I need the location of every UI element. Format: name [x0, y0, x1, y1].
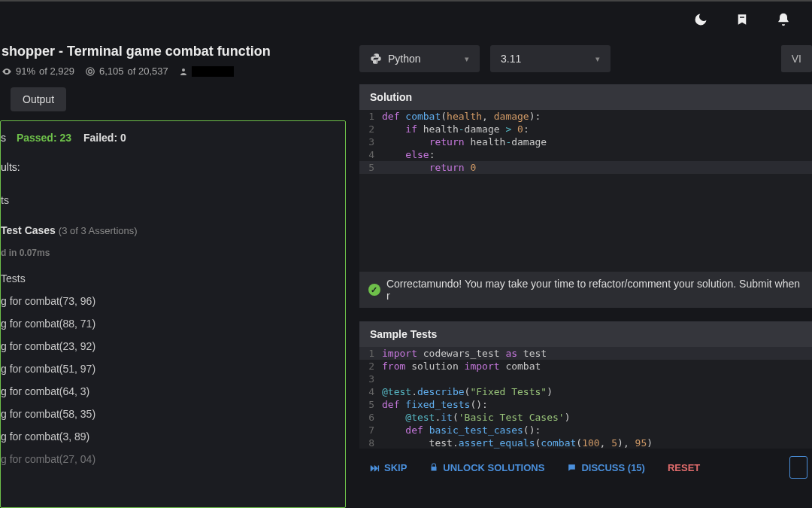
right-panel: Python ▾ 3.11 ▾ VI Solution 1def combat(…	[346, 38, 812, 508]
test-time: d in 0.07ms	[1, 242, 338, 267]
random-test-item[interactable]: g for combat(88, 71)	[1, 312, 338, 335]
right-edge-button[interactable]	[789, 456, 807, 479]
author-name-redacted	[192, 66, 234, 77]
kata-stats: 91% of 2,929 6,105 of 20,537	[0, 64, 346, 87]
failed-count: Failed: 0	[83, 132, 126, 144]
kata-title: shopper - Terminal game combat function	[0, 38, 346, 64]
passed-count: Passed: 23	[17, 132, 71, 144]
svg-point-3	[182, 68, 185, 71]
eye-icon	[2, 66, 12, 77]
unlock-solutions-button[interactable]: UNLOCK SOLUTIONS	[423, 458, 550, 478]
svg-point-1	[86, 67, 95, 75]
success-banner: ✓ Correctamundo! You may take your time …	[359, 272, 812, 308]
random-test-item[interactable]: g for combat(73, 96)	[1, 290, 338, 312]
lock-icon	[429, 463, 438, 472]
check-icon: ✓	[368, 284, 380, 296]
reset-button[interactable]: RESET	[662, 458, 706, 478]
random-test-item[interactable]: g for combat(64, 3)	[1, 380, 338, 403]
target-icon	[85, 66, 95, 77]
completed-stat: 6,105 of 20,537	[85, 65, 168, 77]
random-test-item[interactable]: g for combat(23, 92)	[1, 335, 338, 357]
fixed-tests-group[interactable]: ts	[1, 189, 338, 211]
bookmark-icon[interactable]	[735, 12, 749, 27]
python-icon	[370, 53, 382, 65]
user-icon	[179, 67, 188, 76]
results-scroll[interactable]: s Passed: 23 Failed: 0 ults: ts Test Cas…	[1, 121, 345, 507]
top-bar	[0, 0, 812, 38]
solution-header: Solution	[359, 84, 812, 110]
svg-point-2	[89, 69, 92, 73]
notifications-icon[interactable]	[776, 12, 791, 27]
random-test-item[interactable]: g for combat(27, 04)	[1, 448, 338, 470]
random-test-item[interactable]: g for combat(51, 97)	[1, 357, 338, 380]
results-heading: ults:	[1, 156, 338, 178]
satisfaction-stat: 91% of 2,929	[2, 65, 74, 77]
sample-tests-editor[interactable]: 1import codewars_test as test 2from solu…	[359, 347, 812, 449]
results-status: s Passed: 23 Failed: 0	[1, 129, 338, 156]
success-message: Correctamundo! You may take your time to…	[386, 278, 803, 302]
main-area: shopper - Terminal game combat function …	[0, 38, 812, 508]
vim-toggle[interactable]: VI	[781, 45, 812, 72]
solution-editor[interactable]: 1def combat(health, damage): 2 if health…	[359, 110, 812, 272]
random-test-item[interactable]: g for combat(3, 89)	[1, 425, 338, 448]
skip-icon: ⏭	[370, 462, 380, 473]
chat-icon	[567, 463, 577, 473]
left-panel: shopper - Terminal game combat function …	[0, 38, 346, 508]
skip-button[interactable]: ⏭ SKIP	[364, 458, 413, 478]
output-tab[interactable]: Output	[11, 87, 66, 111]
discuss-button[interactable]: DISCUSS (15)	[561, 458, 651, 478]
author-stat	[179, 66, 234, 77]
random-tests-group[interactable]: Tests	[1, 267, 338, 290]
action-bar: ⏭ SKIP UNLOCK SOLUTIONS DISCUSS (15) RES…	[359, 449, 812, 486]
basic-test-cases[interactable]: Test Cases (3 of 3 Assertions)	[1, 219, 338, 242]
language-row: Python ▾ 3.11 ▾ VI	[359, 38, 812, 84]
theme-toggle-icon[interactable]	[693, 12, 708, 27]
chevron-down-icon: ▾	[465, 54, 469, 64]
results-panel: s Passed: 23 Failed: 0 ults: ts Test Cas…	[0, 120, 346, 508]
version-dropdown[interactable]: 3.11 ▾	[490, 45, 611, 72]
svg-rect-0	[740, 17, 744, 18]
random-test-item[interactable]: g for combat(58, 35)	[1, 403, 338, 425]
sample-tests-header: Sample Tests	[359, 321, 812, 347]
chevron-down-icon: ▾	[595, 54, 600, 64]
language-dropdown[interactable]: Python ▾	[359, 45, 480, 72]
